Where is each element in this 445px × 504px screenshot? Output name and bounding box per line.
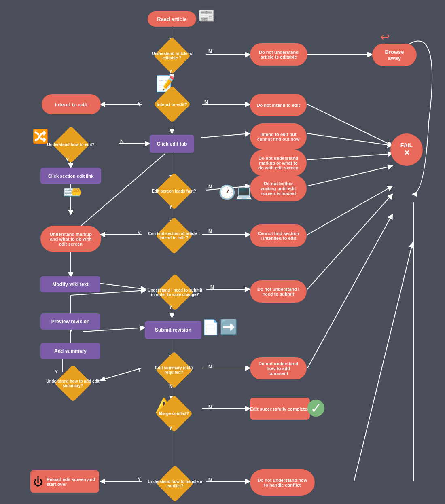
intend-edit-diamond: Intend to edit? (142, 91, 202, 117)
svg-line-14 (307, 133, 392, 146)
preview-revision-node: Preview revision (40, 313, 100, 330)
svg-line-24 (99, 283, 146, 289)
click-edit-tab-node: Click edit tab (150, 135, 194, 153)
label-n-find-section: N (208, 229, 212, 234)
label-n-how-edit: N (120, 138, 124, 144)
modify-wiki-node: Modify wiki text (40, 276, 100, 292)
understand-how-edit-diamond: Understand how to edit? (40, 131, 101, 158)
cannot-find-section-node: Cannot find section I intended to edit (250, 224, 307, 247)
dont-understand-markup-node: Do not understand markup or what to do w… (250, 150, 307, 176)
svg-line-15 (307, 154, 392, 160)
label-n-screen-loads: N (208, 184, 212, 190)
label-y-merge: Y (169, 426, 172, 431)
svg-line-42 (354, 243, 413, 481)
label-y-find-section: Y (138, 231, 141, 236)
label-n-merge: N (208, 404, 212, 410)
dont-understand-conflict-node: Do not understand how to handle conflict (250, 469, 315, 496)
click-section-edit-node: Click section edit link (40, 168, 101, 184)
dont-understand-comment-node: Do not understand how to add comment (250, 357, 307, 379)
dont-bother-node: Do not bother waiting until edit screen … (250, 175, 307, 201)
label-n-submit: N (210, 284, 214, 290)
submit-icon: 📄➡️ (201, 319, 238, 336)
dont-understand-submit-node: Do not understand I need to submit (250, 280, 307, 303)
understand-submit-diamond: Understand I need to submit in order to … (142, 279, 208, 305)
label-n-edit-summary-r: N (208, 364, 212, 370)
add-summary-node: Add summary (40, 343, 100, 359)
label-y-add-summary: Y (55, 369, 58, 375)
label-y-how-edit: Y (66, 157, 69, 163)
intend-cannot-node: Intend to edit but cannot find out how (250, 123, 307, 150)
label-y-intend: Y (138, 101, 141, 107)
dont-understand-editable-node: Do not understand article is editable (250, 43, 307, 66)
label-y-editable: Y (169, 69, 172, 74)
label-n-intend: N (204, 99, 208, 105)
svg-line-26 (307, 194, 392, 289)
arrows-icon: 🔀 (32, 129, 49, 144)
arrows-layer (0, 0, 445, 504)
read-article-node: Read article (148, 11, 196, 27)
svg-line-18 (307, 166, 392, 186)
can-find-section-diamond: Can find section of article I intend to … (142, 222, 206, 249)
flowchart: Read article 📰 Understand article is edi… (0, 0, 445, 504)
understand-conflict-diamond: Understand how to handle a conflict? (142, 470, 208, 497)
svg-line-11 (201, 133, 250, 138)
edit-summary-req-diamond: Edit summary (still) required? (142, 357, 206, 383)
newspaper-icon: 📰 (198, 7, 215, 23)
label-y-conflict: Y (138, 476, 141, 482)
label-n-conflict: N (208, 477, 212, 483)
edit-success-node: Edit successfully completed (250, 398, 310, 420)
svg-line-37 (307, 214, 392, 368)
hands-icon: 🤲 (71, 187, 82, 197)
svg-line-7 (307, 104, 392, 146)
reload-edit-node: ⏻ Reload edit screen and start over (30, 470, 99, 493)
svg-line-33 (100, 368, 142, 380)
intend-edit-node: Intend to edit (42, 94, 101, 114)
browse-away-node: Browse away (372, 44, 417, 66)
arrow-browse-icon: ↩ (380, 30, 390, 44)
label-n-edit-summary: Y (138, 367, 141, 373)
understand-markup-node: Understand markup and what to do with ed… (40, 226, 101, 252)
check-icon: ✓ (307, 400, 324, 417)
fail-node: FAIL ✕ (390, 133, 423, 166)
clock-icon: 🕐💻 (218, 184, 252, 200)
svg-line-23 (307, 186, 392, 235)
dont-intend-node: Do not intend to edit (250, 94, 307, 116)
understand-editable-diamond: Understand article is editable ? (142, 42, 202, 69)
submit-revision-node: Submit revision (145, 321, 201, 339)
label-y-screen-loads: Y (169, 204, 172, 210)
label-n-editable: N (208, 49, 212, 54)
merge-conflict-diamond: Merge conflict? (142, 400, 206, 427)
understand-add-summary-diamond: Understand how to add edit summary? (40, 370, 105, 396)
edit-screen-loads-diamond: Edit screen loads fast? (142, 178, 206, 204)
label-y-submit: Y (169, 305, 172, 310)
label-y-edit-summary: N (169, 383, 173, 389)
